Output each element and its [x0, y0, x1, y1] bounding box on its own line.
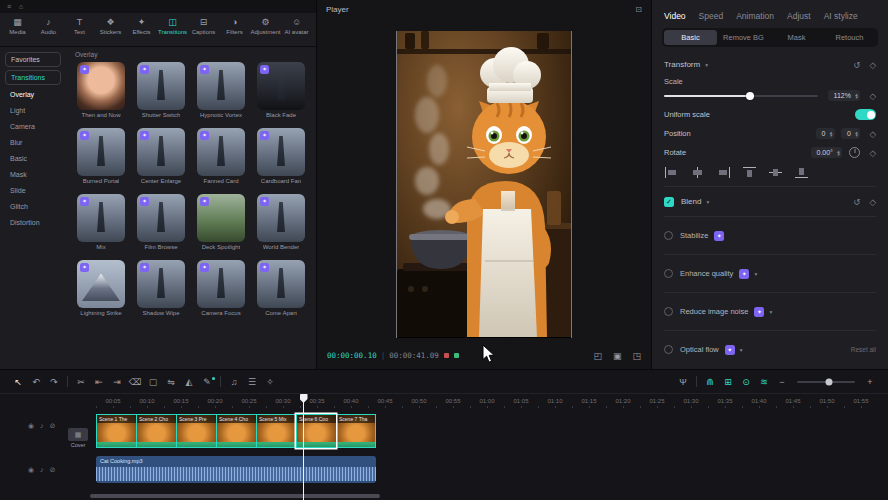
scale-value-stepper[interactable]: 112% ▴▾	[828, 90, 861, 101]
trim-left-icon[interactable]: ⇤	[90, 377, 108, 387]
timeline-scrollbar[interactable]	[90, 494, 380, 498]
subtab-retouch[interactable]: Retouch	[823, 30, 876, 45]
sidebar-item-light[interactable]: Light	[5, 104, 61, 117]
transition-thumbnail[interactable]: ✦	[197, 194, 245, 242]
zoom-in-icon[interactable]: +	[861, 377, 879, 387]
ribbon-tab-transitions[interactable]: ◫Transitions	[157, 17, 188, 35]
subtab-remove-bg[interactable]: Remove BG	[717, 30, 770, 45]
transition-thumbnail[interactable]: ✦	[257, 260, 305, 308]
timeline-clip[interactable]: Scene 5 Mix	[256, 414, 296, 448]
scale-slider[interactable]	[664, 95, 818, 97]
tab-speed[interactable]: Speed	[699, 11, 724, 21]
fullscreen-icon[interactable]: ◳	[632, 351, 641, 361]
player-menu-icon[interactable]: ⊡	[635, 5, 642, 14]
ribbon-tab-adjustment[interactable]: ⚙Adjustment	[250, 17, 281, 35]
transition-item[interactable]: ✦Mix	[74, 194, 128, 250]
transition-item[interactable]: ✦Shadow Wipe	[134, 260, 188, 316]
transition-thumbnail[interactable]: ✦	[137, 62, 185, 110]
align-left-icon[interactable]	[665, 167, 678, 178]
optical-flow-checkbox[interactable]	[664, 345, 673, 354]
transition-item[interactable]: ✦Center Enlarge	[134, 128, 188, 184]
align-bottom-icon[interactable]	[795, 167, 808, 178]
reset-icon[interactable]: ↺	[853, 60, 860, 70]
transition-thumbnail[interactable]: ✦	[197, 62, 245, 110]
playhead[interactable]	[303, 394, 304, 500]
transition-item[interactable]: ✦Hypnotic Vortex	[194, 62, 248, 118]
snapping-icon[interactable]: ⊞	[719, 377, 737, 387]
ribbon-tab-ai-avatar[interactable]: ☺AI avatar	[281, 17, 312, 35]
crop-icon[interactable]: ▢	[144, 377, 162, 387]
tab-adjust[interactable]: Adjust	[787, 11, 811, 21]
trim-right-icon[interactable]: ⇥	[108, 377, 126, 387]
sidebar-item-favorites[interactable]: Favorites	[5, 52, 61, 67]
blend-checkbox[interactable]: ✓	[664, 197, 674, 207]
transition-thumbnail[interactable]: ✦	[77, 194, 125, 242]
transition-thumbnail[interactable]: ✦	[77, 128, 125, 176]
transition-item[interactable]: ✦Fanned Card	[194, 128, 248, 184]
align-right-icon[interactable]	[717, 167, 730, 178]
transition-thumbnail[interactable]: ✦	[257, 128, 305, 176]
audio-tool-icon[interactable]: ♫	[225, 377, 243, 387]
home-icon[interactable]: ⌂	[19, 3, 23, 10]
tab-animation[interactable]: Animation	[736, 11, 774, 21]
timeline-clip-selected[interactable]: Scene 6 Coo	[296, 414, 336, 448]
sidebar-item-distortion[interactable]: Distortion	[5, 216, 61, 229]
enhance-quality-row[interactable]: Enhance quality ✦ ▾	[664, 260, 876, 287]
undo-icon[interactable]: ↶	[27, 377, 45, 387]
timeline-clip[interactable]: Scene 4 Cho	[216, 414, 256, 448]
transition-item[interactable]: ✦Lightning Strike	[74, 260, 128, 316]
video-preview[interactable]	[396, 31, 572, 338]
ribbon-tab-media[interactable]: ▦Media	[2, 17, 33, 35]
ribbon-tab-text[interactable]: TText	[64, 17, 95, 35]
stabilize-checkbox[interactable]	[664, 231, 673, 240]
enhance-quality-checkbox[interactable]	[664, 269, 673, 278]
ratio-icon[interactable]: ◰	[593, 351, 602, 361]
transition-thumbnail[interactable]: ✦	[197, 260, 245, 308]
zoom-out-icon[interactable]: −	[773, 377, 791, 387]
transition-item[interactable]: ✦Then and Now	[74, 62, 128, 118]
timeline-clip[interactable]: Scene 7 Tha	[336, 414, 376, 448]
stepper-arrows-icon[interactable]: ▴▾	[830, 131, 833, 137]
reduce-noise-checkbox[interactable]	[664, 307, 673, 316]
keyframe-icon[interactable]: ◇	[869, 148, 876, 158]
collapse-caret-icon[interactable]: ▾	[754, 271, 757, 277]
align-top-icon[interactable]	[743, 167, 756, 178]
align-center-horizontal-icon[interactable]	[691, 167, 704, 178]
sidebar-item-mask[interactable]: Mask	[5, 168, 61, 181]
track-eye-icon[interactable]: ◉	[28, 422, 34, 430]
mask-icon[interactable]: ◭	[180, 377, 198, 387]
magnet-icon[interactable]: ⋒	[701, 377, 719, 387]
tab-ai-stylize[interactable]: AI stylize	[824, 11, 858, 21]
track-lock-icon[interactable]: ⊘	[50, 422, 56, 430]
collapse-caret-icon[interactable]: ▾	[769, 309, 772, 315]
subtab-mask[interactable]: Mask	[770, 30, 823, 45]
draw-icon[interactable]: ✎	[198, 377, 216, 387]
ribbon-tab-stickers[interactable]: ❖Stickers	[95, 17, 126, 35]
collapse-caret-icon[interactable]: ▾	[740, 347, 743, 353]
stepper-arrows-icon[interactable]: ▴▾	[855, 93, 858, 99]
transition-item[interactable]: ✦World Bender	[254, 194, 308, 250]
track-mute-icon[interactable]: ♪	[40, 422, 44, 430]
transition-item[interactable]: ✦Black Fade	[254, 62, 308, 118]
ribbon-tab-captions[interactable]: ⊟Captions	[188, 17, 219, 35]
track-lock-icon[interactable]: ⊘	[50, 466, 56, 474]
collapse-caret-icon[interactable]: ▾	[706, 199, 709, 205]
timeline-clip[interactable]: Scene 3 Pre	[176, 414, 216, 448]
sidebar-item-camera[interactable]: Camera	[5, 120, 61, 133]
transition-thumbnail[interactable]: ✦	[137, 260, 185, 308]
transition-item[interactable]: ✦Cardboard Fan	[254, 128, 308, 184]
timeline-clip[interactable]: Scene 2 Cho	[136, 414, 176, 448]
transition-item[interactable]: ✦Shutter Switch	[134, 62, 188, 118]
reduce-noise-row[interactable]: Reduce image noise ✦ ▾	[664, 298, 876, 325]
tab-video[interactable]: Video	[664, 11, 686, 21]
stabilize-row[interactable]: Stabilize ✦	[664, 222, 876, 249]
keyframe-icon[interactable]: ◇	[869, 91, 876, 101]
sidebar-item-basic[interactable]: Basic	[5, 152, 61, 165]
subtab-basic[interactable]: Basic	[664, 30, 717, 45]
collapse-caret-icon[interactable]: ▾	[705, 62, 708, 68]
timeline-clip[interactable]: Scene 1 The	[96, 414, 136, 448]
keyframe-icon[interactable]: ◇	[869, 129, 876, 139]
transition-thumbnail[interactable]: ✦	[197, 128, 245, 176]
transition-item[interactable]: ✦Burned Portal	[74, 128, 128, 184]
audio-clip[interactable]: Cat Cooking.mp3	[96, 456, 376, 483]
